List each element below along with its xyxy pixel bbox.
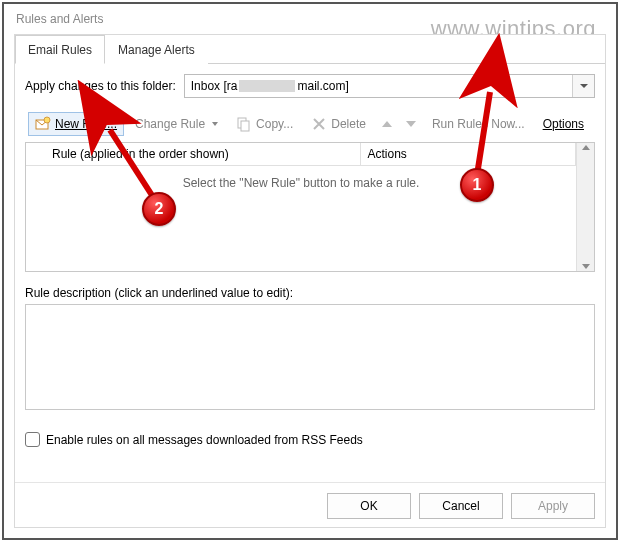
cancel-button[interactable]: Cancel (419, 493, 503, 519)
rss-label: Enable rules on all messages downloaded … (46, 433, 363, 447)
column-header-actions[interactable]: Actions (361, 143, 576, 165)
move-down-button[interactable] (401, 117, 421, 131)
description-label: Rule description (click an underlined va… (25, 286, 595, 300)
run-rules-now-button[interactable]: Run Rules Now... (425, 113, 532, 135)
arrow-down-icon (406, 121, 416, 127)
client-panel: Email Rules Manage Alerts Apply changes … (14, 34, 606, 528)
tab-label: Manage Alerts (118, 43, 195, 57)
header-checkbox-spacer (32, 147, 46, 161)
delete-icon (311, 116, 327, 132)
button-label: Apply (538, 499, 568, 513)
button-label: Cancel (442, 499, 479, 513)
rules-scrollbar[interactable] (576, 143, 594, 271)
new-rule-icon (35, 116, 51, 132)
button-label: Delete (331, 117, 366, 131)
copy-button[interactable]: Copy... (229, 112, 300, 136)
button-label: Run Rules Now... (432, 117, 525, 131)
rss-checkbox-row: Enable rules on all messages downloaded … (25, 432, 595, 447)
button-label: Copy... (256, 117, 293, 131)
folder-value-suffix: mail.com] (297, 79, 348, 93)
column-header-rule[interactable]: Rule (applied in the order shown) (26, 143, 361, 165)
button-label: OK (360, 499, 377, 513)
folder-dropdown[interactable]: Inbox [ra mail.com] (184, 74, 595, 98)
delete-button[interactable]: Delete (304, 112, 373, 136)
scroll-up-icon (582, 145, 590, 150)
rules-list-empty: Select the "New Rule" button to make a r… (26, 166, 576, 271)
folder-row: Apply changes to this folder: Inbox [ra … (25, 74, 595, 98)
change-rule-button[interactable]: Change Rule (128, 113, 225, 135)
svg-rect-3 (241, 121, 249, 131)
rules-list: Rule (applied in the order shown) Action… (25, 142, 595, 272)
toolbar: New Rule... Change Rule Copy... (25, 108, 595, 140)
rules-list-header: Rule (applied in the order shown) Action… (26, 143, 576, 166)
tab-content: Apply changes to this folder: Inbox [ra … (15, 64, 605, 482)
options-button[interactable]: Options (536, 113, 591, 135)
scroll-down-icon (582, 264, 590, 269)
svg-point-1 (44, 117, 50, 123)
button-label: Change Rule (135, 117, 205, 131)
rss-checkbox[interactable] (25, 432, 40, 447)
tab-strip: Email Rules Manage Alerts (15, 34, 605, 64)
tab-email-rules[interactable]: Email Rules (15, 35, 105, 64)
apply-button[interactable]: Apply (511, 493, 595, 519)
tab-label: Email Rules (28, 43, 92, 57)
description-box[interactable] (25, 304, 595, 410)
folder-dropdown-button[interactable] (572, 75, 594, 97)
arrow-up-icon (382, 121, 392, 127)
dropdown-caret-icon (212, 122, 218, 126)
column-label: Actions (367, 147, 406, 161)
move-up-button[interactable] (377, 117, 397, 131)
folder-label: Apply changes to this folder: (25, 79, 176, 93)
copy-icon (236, 116, 252, 132)
button-label: Options (543, 117, 584, 131)
rules-and-alerts-window: Rules and Alerts www.wintips.org Email R… (6, 6, 614, 536)
dialog-buttons: OK Cancel Apply (15, 482, 605, 527)
redacted-text (239, 80, 295, 92)
window-title: Rules and Alerts (6, 6, 614, 30)
new-rule-button[interactable]: New Rule... (28, 112, 124, 136)
chevron-down-icon (580, 84, 588, 88)
tab-manage-alerts[interactable]: Manage Alerts (105, 35, 208, 64)
ok-button[interactable]: OK (327, 493, 411, 519)
folder-value: Inbox [ra mail.com] (185, 79, 572, 93)
column-label: Rule (applied in the order shown) (52, 147, 229, 161)
button-label: New Rule... (55, 117, 117, 131)
folder-value-prefix: Inbox [ra (191, 79, 238, 93)
